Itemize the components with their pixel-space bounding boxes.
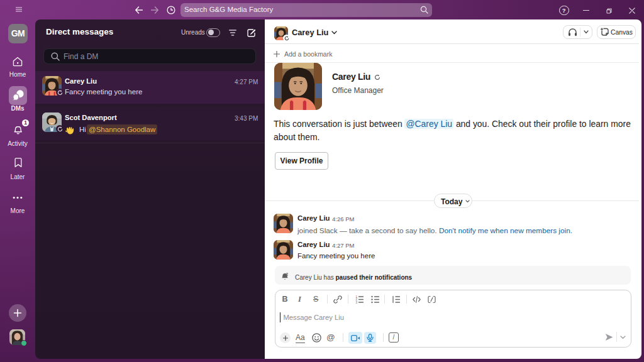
svg-text:3: 3: [356, 301, 358, 304]
